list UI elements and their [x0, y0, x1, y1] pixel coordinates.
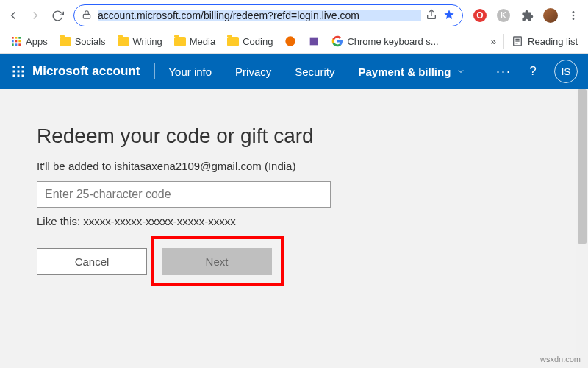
bookmarks-overflow[interactable]: »	[487, 35, 501, 49]
button-label: Next	[206, 255, 229, 268]
reading-list-icon	[512, 35, 523, 47]
back-button[interactable]	[3, 5, 24, 26]
url-text: account.microsoft.com/billing/redeem?ref…	[98, 10, 421, 21]
bookmark-item-n[interactable]	[304, 34, 324, 49]
ms-header: Microsoft account Your info Privacy Secu…	[0, 54, 588, 89]
extensions-puzzle-icon[interactable]	[519, 7, 535, 24]
svg-rect-11	[18, 40, 21, 43]
extension-grey-icon[interactable]: K	[495, 7, 512, 24]
forward-button[interactable]	[25, 5, 46, 26]
svg-rect-29	[22, 75, 24, 77]
chevron-down-icon	[456, 67, 465, 76]
scrollbar-thumb[interactable]	[578, 89, 587, 244]
page-content: Redeem your code or gift card It'll be a…	[0, 89, 588, 368]
account-subtitle: It'll be added to ishitasaxena2109@gmail…	[37, 160, 588, 172]
account-avatar[interactable]: IS	[554, 60, 578, 83]
watermark: wsxdn.com	[540, 355, 581, 364]
vertical-scrollbar[interactable]	[576, 89, 588, 368]
waffle-icon	[12, 65, 25, 78]
bookmark-folder-coding[interactable]: Coding	[223, 35, 277, 49]
svg-rect-22	[18, 66, 20, 68]
svg-rect-23	[22, 66, 24, 68]
svg-rect-0	[83, 14, 90, 18]
code-format-hint: Like this: xxxxx-xxxxx-xxxxx-xxxxx-xxxxx	[37, 215, 588, 227]
profile-avatar[interactable]	[542, 7, 559, 24]
svg-rect-6	[12, 37, 14, 39]
bookmark-label: Media	[190, 36, 215, 47]
svg-point-3	[573, 11, 575, 13]
svg-rect-10	[15, 40, 18, 43]
nav-security[interactable]: Security	[283, 54, 346, 89]
bookmark-star-icon[interactable]	[443, 9, 455, 23]
svg-point-15	[286, 36, 295, 46]
svg-rect-26	[22, 71, 24, 73]
cancel-button[interactable]: Cancel	[37, 248, 147, 275]
help-button[interactable]: ?	[522, 64, 544, 79]
folder-icon	[227, 37, 239, 46]
browser-toolbar: account.microsoft.com/billing/redeem?ref…	[0, 0, 588, 31]
nav-your-info[interactable]: Your info	[157, 54, 223, 89]
bookmark-item-h[interactable]	[280, 34, 301, 49]
page-title: Redeem your code or gift card	[37, 124, 588, 148]
reload-button[interactable]	[47, 5, 68, 26]
svg-marker-2	[444, 10, 453, 19]
apps-shortcut[interactable]: Apps	[6, 34, 52, 49]
lock-icon	[82, 10, 92, 22]
button-label: Cancel	[75, 255, 110, 268]
svg-rect-24	[13, 71, 15, 73]
svg-rect-27	[13, 75, 15, 77]
bookmark-label: Writing	[133, 36, 162, 47]
bookmark-label: Coding	[243, 36, 273, 47]
folder-icon	[60, 37, 71, 46]
primary-nav: Your info Privacy Security Payment & bil…	[157, 54, 477, 89]
address-bar[interactable]: account.microsoft.com/billing/redeem?ref…	[74, 4, 463, 26]
svg-rect-9	[12, 40, 14, 43]
svg-rect-13	[15, 43, 18, 46]
nav-payment-billing[interactable]: Payment & billing	[346, 54, 477, 89]
app-launcher-button[interactable]	[6, 59, 31, 84]
bookmarks-bar: Apps Socials Writing Media Coding Chrome…	[0, 31, 588, 54]
apps-grid-icon	[10, 35, 22, 47]
chrome-menu-button[interactable]	[563, 5, 584, 26]
next-button[interactable]: Next	[162, 248, 272, 275]
google-icon	[331, 35, 343, 47]
folder-icon	[174, 37, 186, 46]
brand-title[interactable]: Microsoft account	[31, 64, 150, 79]
redeem-code-input[interactable]: Enter 25-character code	[37, 181, 331, 208]
bookmark-label: Chrome keyboard s...	[347, 36, 438, 47]
reading-list-label: Reading list	[528, 36, 578, 47]
nav-privacy[interactable]: Privacy	[223, 54, 283, 89]
svg-rect-7	[15, 37, 18, 39]
bookmark-item-google[interactable]: Chrome keyboard s...	[327, 34, 442, 49]
bookmark-folder-media[interactable]: Media	[170, 35, 220, 49]
input-placeholder: Enter 25-character code	[45, 188, 171, 201]
divider	[154, 63, 155, 79]
svg-rect-25	[18, 71, 20, 73]
site-icon	[308, 35, 320, 47]
svg-rect-21	[13, 66, 15, 68]
reading-list-button[interactable]: Reading list	[507, 34, 582, 49]
svg-rect-16	[310, 38, 318, 46]
more-menu-button[interactable]: ···	[489, 64, 519, 79]
bookmark-label: Socials	[75, 36, 106, 47]
bookmark-folder-socials[interactable]: Socials	[55, 35, 110, 49]
bookmark-folder-writing[interactable]: Writing	[113, 35, 167, 49]
folder-icon	[118, 37, 129, 46]
site-icon	[284, 35, 296, 47]
svg-point-4	[573, 15, 575, 17]
svg-rect-28	[18, 75, 20, 77]
svg-rect-14	[18, 43, 21, 46]
extension-red-icon[interactable]: O	[472, 7, 488, 24]
svg-rect-8	[18, 37, 21, 39]
svg-rect-12	[12, 43, 14, 46]
apps-label: Apps	[26, 36, 48, 47]
share-icon[interactable]	[426, 9, 437, 23]
svg-point-5	[573, 18, 575, 20]
nav-label: Payment & billing	[358, 66, 451, 78]
